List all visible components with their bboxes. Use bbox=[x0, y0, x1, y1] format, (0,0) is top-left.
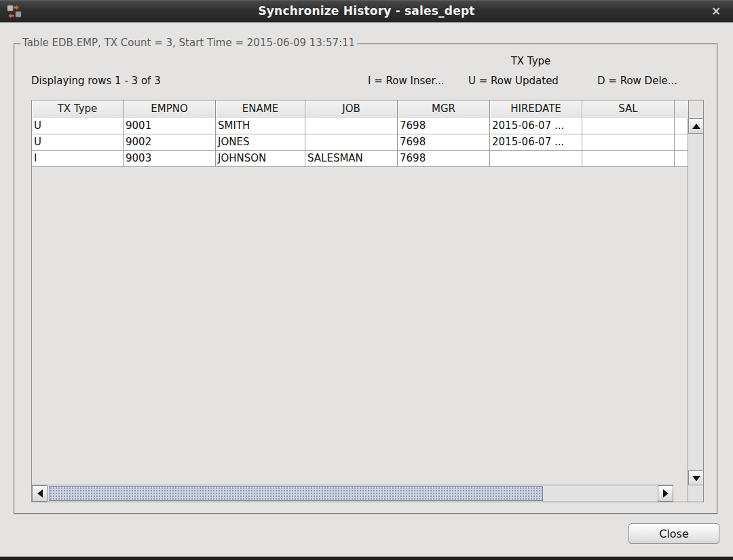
table-cell[interactable]: 2015-06-07 ... bbox=[490, 118, 582, 134]
column-header-ename[interactable]: ENAME bbox=[216, 100, 305, 118]
table-cell[interactable] bbox=[305, 134, 398, 151]
table-cell[interactable] bbox=[582, 151, 675, 167]
table-cell[interactable]: JOHNSON bbox=[216, 151, 305, 167]
table-cell[interactable]: 9002 bbox=[124, 134, 216, 151]
horizontal-scrollbar-thumb[interactable] bbox=[49, 486, 543, 501]
window-close-icon[interactable]: × bbox=[709, 3, 723, 18]
column-header-tx-type[interactable]: TX Type bbox=[32, 100, 124, 118]
scroll-down-button[interactable] bbox=[688, 470, 704, 486]
window-bottom-border bbox=[0, 557, 733, 560]
table-header-row: TX TypeEMPNOENAMEJOBMGRHIREDATESAL bbox=[32, 100, 689, 118]
table-cell[interactable]: 9003 bbox=[124, 151, 216, 167]
legend-row-deleted: D = Row Dele... bbox=[597, 75, 677, 87]
table-cell[interactable]: SMITH bbox=[216, 118, 305, 134]
table-cell[interactable]: U bbox=[32, 118, 124, 134]
table-row[interactable]: I9003JOHNSONSALESMAN7698 bbox=[32, 151, 689, 167]
close-button[interactable]: Close bbox=[628, 523, 719, 544]
up-arrow-icon bbox=[692, 124, 700, 129]
table-row[interactable]: U9002JONES76982015-06-07 ... bbox=[32, 134, 689, 151]
column-header-empno[interactable]: EMPNO bbox=[124, 100, 216, 118]
scroll-up-button[interactable] bbox=[688, 118, 704, 134]
table-cell[interactable]: 2015-06-07 ... bbox=[490, 134, 582, 151]
table-scrollpane: TX TypeEMPNOENAMEJOBMGRHIREDATESAL U9001… bbox=[31, 100, 704, 502]
table-cell[interactable]: U bbox=[32, 134, 124, 151]
titlebar[interactable]: Synchronize History - sales_dept × bbox=[0, 0, 733, 22]
tx-type-legend-title: TX Type bbox=[483, 55, 578, 67]
column-header-job[interactable]: JOB bbox=[305, 100, 398, 118]
table-row[interactable]: U9001SMITH76982015-06-07 ... bbox=[32, 118, 689, 134]
table-cell[interactable]: I bbox=[32, 151, 124, 167]
legend-row-updated: U = Row Updated bbox=[468, 75, 559, 87]
column-header-sal[interactable]: SAL bbox=[582, 100, 675, 118]
scroll-left-button[interactable] bbox=[32, 485, 48, 502]
table-cell[interactable]: 9001 bbox=[124, 118, 216, 134]
scroll-right-button[interactable] bbox=[658, 485, 673, 502]
horizontal-scrollbar[interactable] bbox=[32, 485, 673, 502]
column-header-mgr[interactable]: MGR bbox=[398, 100, 490, 118]
table-cell[interactable] bbox=[490, 151, 582, 167]
table-cell-filler bbox=[675, 134, 689, 151]
table-cell[interactable]: JONES bbox=[216, 134, 305, 151]
table-cell-filler bbox=[675, 151, 689, 167]
left-arrow-icon bbox=[37, 489, 43, 498]
table-cell[interactable]: 7698 bbox=[398, 151, 490, 167]
right-arrow-icon bbox=[663, 489, 669, 498]
legend-row-inserted: I = Row Inser... bbox=[368, 75, 445, 87]
table-cell[interactable] bbox=[582, 134, 675, 151]
displaying-rows-label: Displaying rows 1 - 3 of 3 bbox=[31, 75, 161, 87]
groupbox-title: Table EDB.EMP, TX Count = 3, Start Time … bbox=[20, 37, 357, 49]
table-cell[interactable]: 7698 bbox=[398, 134, 490, 151]
table-body: U9001SMITH76982015-06-07 ...U9002JONES76… bbox=[32, 118, 689, 167]
table-cell[interactable]: SALESMAN bbox=[305, 151, 398, 167]
column-header-hiredate[interactable]: HIREDATE bbox=[490, 100, 582, 118]
vertical-scrollbar[interactable] bbox=[688, 118, 703, 486]
window-title: Synchronize History - sales_dept bbox=[0, 0, 733, 22]
table-cell-filler bbox=[675, 118, 689, 134]
down-arrow-icon bbox=[692, 476, 700, 481]
table-cell[interactable]: 7698 bbox=[398, 118, 490, 134]
table-groupbox: Table EDB.EMP, TX Count = 3, Start Time … bbox=[14, 43, 718, 515]
table-cell[interactable] bbox=[305, 118, 398, 134]
scrollbar-corner bbox=[688, 485, 703, 502]
column-header-filler bbox=[675, 100, 689, 118]
synchronize-history-dialog: Synchronize History - sales_dept × Table… bbox=[0, 0, 733, 560]
table-cell[interactable] bbox=[582, 118, 675, 134]
